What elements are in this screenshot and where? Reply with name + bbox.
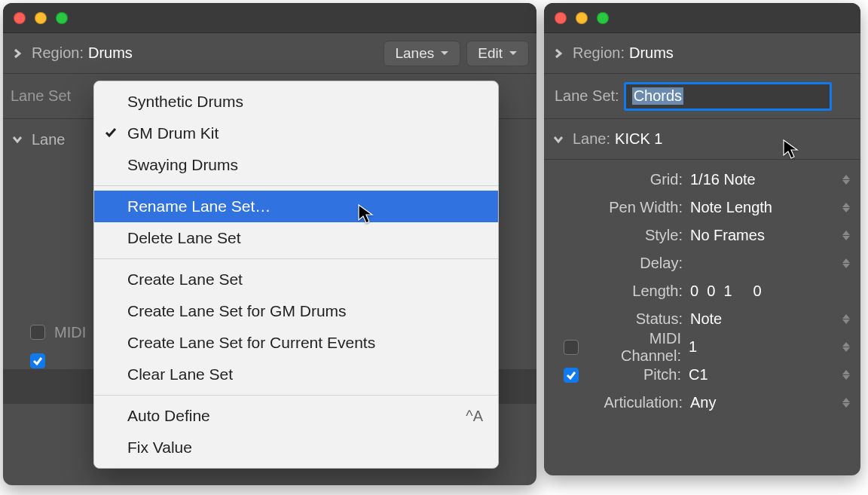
menu-item-create-lane-set-gm[interactable]: Create Lane Set for GM Drums — [94, 295, 498, 327]
style-label: Style: — [547, 227, 690, 244]
midi-channel-value[interactable]: 1 — [689, 338, 842, 356]
menu-item-synthetic-drums[interactable]: Synthetic Drums — [94, 86, 498, 118]
lane-label: Lane — [32, 131, 66, 148]
titlebar[interactable] — [544, 3, 860, 33]
grid-label: Grid: — [547, 171, 690, 188]
editor-window-left: Region: Drums Lanes Edit Lane Set — [3, 3, 536, 485]
stepper-icon[interactable] — [842, 370, 854, 380]
menu-item-fix-value[interactable]: Fix Value — [94, 432, 498, 463]
pen-width-label: Pen Width: — [547, 199, 690, 216]
menu-item-gm-drum-kit[interactable]: GM Drum Kit — [94, 118, 498, 149]
lane-set-context-menu: Synthetic Drums GM Drum Kit Swaying Drum… — [93, 81, 499, 469]
lane-value[interactable]: KICK 1 — [615, 130, 662, 148]
stepper-icon[interactable] — [842, 398, 854, 408]
chevron-down-icon[interactable] — [552, 133, 565, 146]
check-icon — [105, 124, 117, 142]
menu-item-clear-lane-set[interactable]: Clear Lane Set — [94, 359, 498, 390]
menu-item-delete-lane-set[interactable]: Delete Lane Set — [94, 222, 498, 254]
pen-width-value[interactable]: Note Length — [690, 199, 842, 216]
region-label: Region: — [573, 44, 625, 62]
articulation-label: Articulation: — [547, 394, 690, 411]
minimize-icon[interactable] — [576, 12, 588, 24]
menu-separator — [94, 258, 498, 259]
lane-set-value: Chords — [632, 87, 683, 105]
pitch-checkbox[interactable] — [30, 353, 45, 368]
chevron-down-icon — [440, 50, 449, 57]
chevron-down-icon — [509, 50, 518, 57]
menu-item-create-lane-set-events[interactable]: Create Lane Set for Current Events — [94, 327, 498, 359]
chevron-down-icon[interactable] — [11, 133, 24, 146]
maximize-icon[interactable] — [56, 12, 68, 24]
chevron-right-icon[interactable] — [11, 47, 24, 60]
status-value[interactable]: Note — [690, 310, 842, 328]
lane-set-label: Lane Set: — [555, 87, 619, 105]
close-icon[interactable] — [555, 12, 567, 24]
delay-label: Delay: — [547, 255, 690, 272]
minimize-icon[interactable] — [35, 12, 47, 24]
articulation-value[interactable]: Any — [690, 394, 842, 411]
midi-checkbox[interactable] — [30, 325, 45, 340]
status-label: Status: — [547, 310, 690, 328]
region-value[interactable]: Drums — [88, 44, 133, 62]
region-row[interactable]: Region: Drums — [544, 33, 860, 74]
maximize-icon[interactable] — [597, 12, 609, 24]
stepper-icon[interactable] — [842, 258, 854, 268]
lane-set-label: Lane Set — [11, 87, 71, 105]
pitch-value[interactable]: C1 — [689, 366, 842, 383]
lanes-menu-label: Lanes — [395, 45, 434, 62]
menu-item-create-lane-set[interactable]: Create Lane Set — [94, 264, 498, 295]
length-value[interactable]: 0 0 1 0 — [690, 283, 854, 300]
lane-set-input[interactable]: Chords — [624, 82, 832, 111]
region-value[interactable]: Drums — [629, 44, 674, 62]
lane-properties: Grid: 1/16 Note Pen Width: Note Length S… — [544, 160, 860, 417]
style-value[interactable]: No Frames — [690, 227, 842, 244]
keyboard-shortcut: ^A — [466, 408, 483, 425]
pitch-checkbox[interactable] — [564, 368, 579, 383]
region-label: Region: — [32, 44, 84, 62]
menu-separator — [94, 395, 498, 396]
editor-window-right: Region: Drums Lane Set: Chords Lane: KIC… — [544, 3, 860, 475]
midi-channel-checkbox[interactable] — [564, 340, 579, 355]
menu-item-swaying-drums[interactable]: Swaying Drums — [94, 149, 498, 181]
menu-item-rename-lane-set[interactable]: Rename Lane Set… — [94, 191, 498, 222]
stepper-icon[interactable] — [842, 342, 854, 352]
chevron-right-icon[interactable] — [552, 47, 565, 60]
edit-menu-label: Edit — [478, 45, 503, 62]
edit-menu[interactable]: Edit — [466, 41, 529, 66]
grid-value[interactable]: 1/16 Note — [690, 171, 842, 188]
midi-channel-label: MIDI Channel: — [588, 330, 689, 365]
stepper-icon[interactable] — [842, 175, 854, 185]
pitch-label: Pitch: — [588, 366, 689, 383]
midi-row-label: MIDI — [54, 324, 86, 341]
menu-item-auto-define[interactable]: Auto Define ^A — [94, 400, 498, 432]
lane-label: Lane: — [573, 130, 610, 148]
lane-set-row: Lane Set: Chords — [544, 74, 860, 119]
region-row[interactable]: Region: Drums Lanes Edit — [3, 33, 536, 74]
menu-separator — [94, 185, 498, 186]
stepper-icon[interactable] — [842, 231, 854, 240]
close-icon[interactable] — [14, 12, 26, 24]
lane-row[interactable]: Lane: KICK 1 — [544, 119, 860, 160]
stepper-icon[interactable] — [842, 314, 854, 324]
stepper-icon[interactable] — [842, 203, 854, 212]
length-label: Length: — [547, 283, 690, 300]
lanes-menu[interactable]: Lanes — [384, 41, 460, 66]
titlebar[interactable] — [3, 3, 536, 33]
